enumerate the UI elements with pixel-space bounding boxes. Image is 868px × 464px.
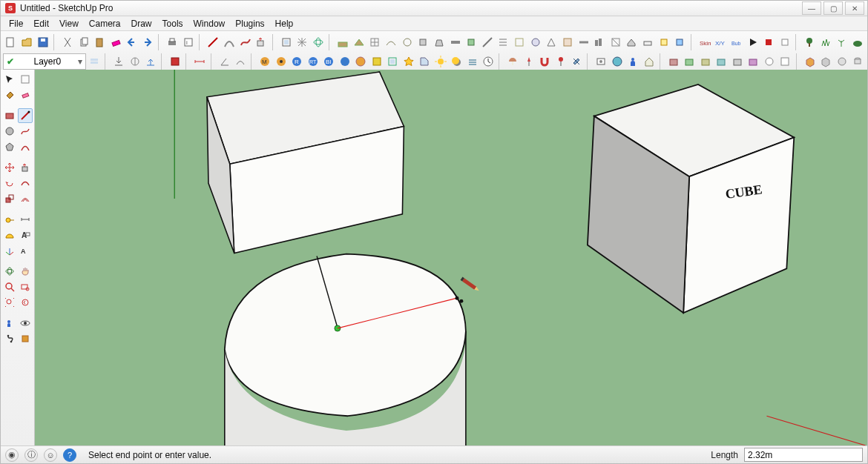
sandbox-14-icon[interactable]	[544, 34, 559, 50]
dimension-tool-icon[interactable]	[18, 212, 33, 227]
palette-icon[interactable]	[777, 34, 792, 50]
tape-tool-icon[interactable]	[2, 212, 17, 227]
line-tool-icon[interactable]	[18, 108, 33, 123]
dc-star-icon[interactable]	[401, 53, 415, 70]
polygon-tool-icon[interactable]	[2, 139, 17, 154]
maximize-button[interactable]: ▢	[823, 1, 843, 15]
select-tool-icon[interactable]	[2, 72, 17, 87]
freehand-icon[interactable]	[237, 34, 253, 50]
sandbox-8-icon[interactable]	[447, 34, 463, 50]
open-file-icon[interactable]	[19, 34, 35, 50]
sandbox-22-icon[interactable]	[672, 34, 688, 50]
sandbox-17-icon[interactable]	[592, 34, 608, 50]
dc-gear-icon[interactable]	[274, 53, 289, 70]
3dtext-tool-icon[interactable]: A	[18, 243, 33, 258]
new-file-icon[interactable]	[3, 34, 19, 50]
sandbox-3-icon[interactable]	[367, 34, 383, 50]
cut-icon[interactable]	[60, 34, 76, 50]
sandbox-7-icon[interactable]	[432, 34, 447, 50]
warehouse-6-icon[interactable]	[746, 53, 760, 70]
house-icon[interactable]	[642, 53, 657, 70]
grass-icon[interactable]	[818, 34, 833, 50]
redo-icon[interactable]	[140, 34, 156, 50]
sandbox-6-icon[interactable]	[415, 34, 431, 50]
fog-icon[interactable]	[464, 53, 479, 70]
rotate-tool-icon[interactable]	[2, 176, 17, 190]
circle-tool-icon[interactable]	[2, 124, 17, 139]
sandbox-4-icon[interactable]	[384, 34, 399, 50]
tree-icon[interactable]	[802, 34, 818, 50]
zoom-tool-icon[interactable]	[2, 279, 17, 294]
sandbox-13-icon[interactable]	[527, 34, 543, 50]
warehouse-2-icon[interactable]	[682, 53, 697, 70]
style-skin-icon[interactable]: Skin	[697, 34, 712, 50]
credits-icon[interactable]: ⓘ	[24, 448, 38, 462]
sandbox-15-icon[interactable]	[560, 34, 576, 50]
model-info-icon[interactable]: i	[181, 34, 197, 50]
section-plane-red-icon[interactable]	[168, 53, 183, 70]
make-component-icon[interactable]	[278, 34, 294, 50]
dc-rt-icon[interactable]: RT	[305, 53, 320, 70]
sandbox-10-icon[interactable]	[479, 34, 495, 50]
look-around-icon[interactable]	[18, 316, 33, 331]
plant-icon[interactable]	[834, 34, 849, 50]
dc-r-icon[interactable]: R	[289, 53, 304, 70]
protractor-tool-icon[interactable]	[2, 228, 17, 242]
box-grey-icon[interactable]	[818, 53, 833, 70]
dc-settings-icon[interactable]	[353, 53, 368, 70]
pan-tool-icon[interactable]	[18, 264, 33, 279]
sandbox-11-icon[interactable]	[496, 34, 511, 50]
upload-icon[interactable]	[143, 53, 158, 70]
match-photo-icon[interactable]	[594, 53, 608, 70]
print-icon[interactable]	[165, 34, 180, 50]
warehouse-7-icon[interactable]	[762, 53, 777, 70]
paintbucket-tool-icon[interactable]	[2, 87, 17, 102]
sandbox-21-icon[interactable]	[656, 34, 671, 50]
export-icon[interactable]	[127, 53, 142, 70]
menu-camera[interactable]: Camera	[84, 17, 126, 30]
close-button[interactable]: ✕	[845, 1, 864, 15]
arc-tool-icon[interactable]	[18, 139, 33, 154]
move-tool-icon[interactable]	[2, 160, 17, 175]
menu-tools[interactable]: Tools	[157, 17, 188, 30]
warehouse-5-icon[interactable]	[730, 53, 745, 70]
menu-window[interactable]: Window	[188, 17, 231, 30]
shadows-icon[interactable]	[449, 53, 464, 70]
minimize-button[interactable]: —	[802, 1, 821, 15]
style-bub-icon[interactable]: Bub	[729, 34, 745, 50]
layer-manager-icon[interactable]	[87, 53, 102, 70]
help-icon[interactable]: ?	[63, 448, 76, 462]
3d-viewport[interactable]: CUBE	[35, 70, 867, 445]
orbit-tool-icon[interactable]	[2, 264, 17, 279]
make-component-tool-icon[interactable]	[18, 72, 33, 87]
copy-icon[interactable]	[76, 34, 91, 50]
section-tool-icon[interactable]	[18, 331, 33, 346]
bush-icon[interactable]	[850, 34, 866, 50]
sandbox-18-icon[interactable]	[608, 34, 623, 50]
style-xy-icon[interactable]: X/Y	[713, 34, 729, 50]
paste-icon[interactable]	[92, 34, 108, 50]
box-orange-icon[interactable]	[802, 53, 817, 70]
dc-m-icon[interactable]: M	[257, 53, 272, 70]
position-camera-icon[interactable]	[2, 316, 17, 331]
axes-tool-icon[interactable]	[2, 243, 17, 258]
undo-icon[interactable]	[124, 34, 139, 50]
sandbox-2-icon[interactable]	[351, 34, 366, 50]
explode-icon[interactable]	[295, 34, 310, 50]
pushpull-tool-icon[interactable]	[18, 160, 33, 175]
zoom-window-tool-icon[interactable]	[18, 279, 33, 294]
freehand-tool-icon[interactable]	[18, 124, 33, 139]
orbit-small-icon[interactable]	[311, 34, 326, 50]
measurement-input[interactable]	[744, 448, 863, 462]
menu-view[interactable]: View	[54, 17, 84, 30]
cylinder-small-icon[interactable]	[850, 53, 865, 70]
dim-angular-icon[interactable]	[217, 53, 231, 70]
sandbox-16-icon[interactable]	[576, 34, 591, 50]
dim-linear-icon[interactable]	[192, 53, 207, 70]
warehouse-3-icon[interactable]	[698, 53, 713, 70]
walk-tool-icon[interactable]	[2, 331, 17, 346]
menu-draw[interactable]: Draw	[126, 17, 157, 30]
dc-bi-icon[interactable]: BI	[321, 53, 336, 70]
import-icon[interactable]	[111, 53, 126, 70]
dc-group-icon[interactable]	[385, 53, 400, 70]
